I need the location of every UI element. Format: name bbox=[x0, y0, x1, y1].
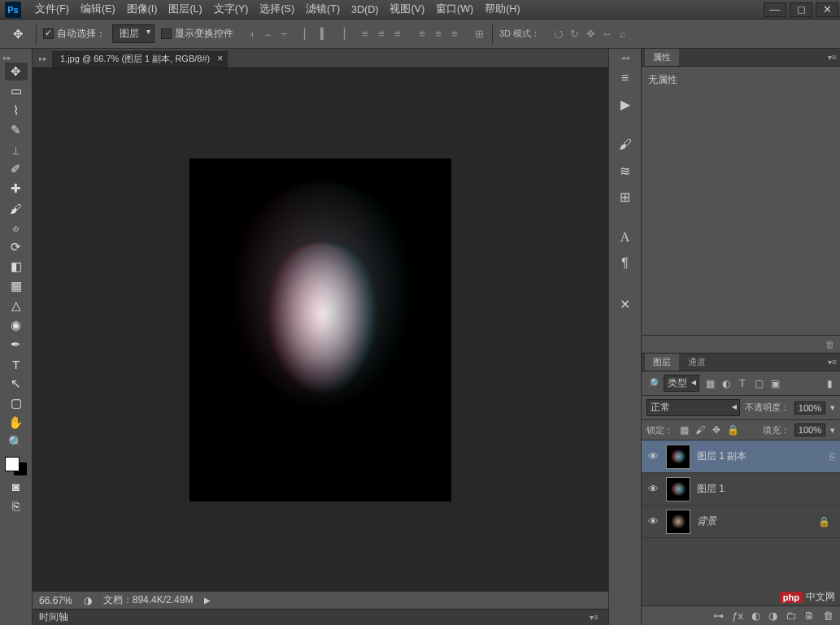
filter-kind-dropdown[interactable]: 类型◂ bbox=[664, 375, 699, 392]
dist-bottom-icon[interactable]: ≡ bbox=[391, 28, 404, 41]
brush-panel-icon[interactable]: 🖌 bbox=[616, 135, 635, 154]
brush-presets-icon[interactable]: ≋ bbox=[616, 161, 635, 180]
lock-position-icon[interactable]: ✥ bbox=[711, 424, 722, 436]
menu-filter[interactable]: 滤镜(T) bbox=[300, 2, 346, 16]
dist-right-icon[interactable]: ≡ bbox=[448, 28, 461, 41]
properties-menu-icon[interactable]: ▾≡ bbox=[828, 53, 837, 62]
filter-shape-icon[interactable]: ▢ bbox=[753, 378, 764, 389]
eraser-tool[interactable]: ◧ bbox=[5, 258, 28, 276]
slide-icon[interactable]: ↔ bbox=[600, 28, 613, 41]
path-select-tool[interactable]: ↖ bbox=[5, 375, 28, 393]
text-tool[interactable]: T bbox=[5, 355, 28, 373]
menu-file[interactable]: 文件(F) bbox=[29, 2, 75, 16]
hand-tool[interactable]: ✋ bbox=[5, 414, 28, 432]
menu-view[interactable]: 视图(V) bbox=[384, 2, 430, 16]
dist-vcenter-icon[interactable]: ≡ bbox=[375, 28, 388, 41]
fill-field[interactable]: 100% bbox=[794, 423, 825, 436]
auto-align-icon[interactable]: ⊞ bbox=[472, 28, 485, 41]
menu-select[interactable]: 选择(S) bbox=[254, 2, 300, 16]
doc-size-icon[interactable]: ◑ bbox=[84, 595, 92, 606]
pan-icon[interactable]: ✥ bbox=[584, 28, 597, 41]
lasso-tool[interactable]: ⌇ bbox=[5, 102, 28, 119]
tool-presets-icon[interactable]: ✕ bbox=[616, 294, 635, 314]
quickmask-tool[interactable]: ◙ bbox=[5, 477, 28, 495]
align-left-icon[interactable]: ▏ bbox=[302, 28, 315, 41]
dodge-tool[interactable]: ◉ bbox=[5, 316, 28, 334]
color-swatch[interactable] bbox=[5, 457, 28, 476]
move-tool[interactable]: ✥ bbox=[5, 63, 28, 80]
auto-select-checkbox[interactable]: 自动选择： bbox=[43, 27, 106, 41]
layer-thumbnail[interactable] bbox=[666, 510, 690, 534]
align-hcenter-icon[interactable]: ▍ bbox=[318, 28, 331, 41]
filter-search-icon[interactable]: 🔎 bbox=[646, 378, 659, 389]
align-vcenter-icon[interactable]: ⫠ bbox=[261, 28, 274, 41]
orbit-icon[interactable]: ⭯ bbox=[551, 28, 564, 41]
trash-icon[interactable]: 🗑 bbox=[825, 339, 835, 350]
lock-pixels-icon[interactable]: 🖌 bbox=[694, 424, 706, 436]
align-top-icon[interactable]: ⫞ bbox=[245, 28, 258, 41]
lock-transparent-icon[interactable]: ▦ bbox=[678, 424, 690, 436]
menu-help[interactable]: 帮助(H) bbox=[479, 2, 525, 16]
clone-source-icon[interactable]: ⊞ bbox=[616, 187, 635, 206]
visibility-icon[interactable]: 👁 bbox=[646, 483, 659, 495]
paragraph-panel-icon[interactable]: ¶ bbox=[616, 254, 635, 273]
properties-tab[interactable]: 属性 bbox=[645, 49, 679, 66]
actions-panel-icon[interactable]: ▶ bbox=[616, 94, 635, 114]
menu-image[interactable]: 图像(I) bbox=[121, 2, 163, 16]
align-bottom-icon[interactable]: ⫟ bbox=[277, 28, 290, 41]
eyedropper-tool[interactable]: ✐ bbox=[5, 160, 28, 178]
auto-select-mode-dropdown[interactable]: 图层 bbox=[112, 24, 155, 43]
visibility-icon[interactable]: 👁 bbox=[646, 450, 659, 462]
toolbox-collapse-icon[interactable]: ▸▸ bbox=[3, 54, 11, 62]
align-right-icon[interactable]: ▕ bbox=[334, 28, 347, 41]
status-arrow-icon[interactable]: ▶ bbox=[204, 596, 211, 605]
layer-thumbnail[interactable] bbox=[666, 445, 690, 469]
menu-window[interactable]: 窗口(W) bbox=[430, 2, 479, 16]
blur-tool[interactable]: △ bbox=[5, 297, 28, 315]
roll-icon[interactable]: ↻ bbox=[568, 28, 581, 41]
window-maximize-button[interactable]: ◻ bbox=[790, 2, 812, 17]
layer-style-icon[interactable]: ƒx bbox=[732, 610, 743, 622]
menu-3d[interactable]: 3D(D) bbox=[346, 4, 384, 15]
zoom3d-icon[interactable]: ⌕ bbox=[616, 28, 629, 41]
screenmode-tool[interactable]: ⎘ bbox=[5, 497, 28, 514]
menu-layer[interactable]: 图层(L) bbox=[163, 2, 207, 16]
doc-info[interactable]: 文档：894.4K/2.49M bbox=[103, 593, 194, 607]
filter-smart-icon[interactable]: ▣ bbox=[769, 378, 781, 389]
history-brush-tool[interactable]: ⟳ bbox=[5, 238, 28, 256]
shape-tool[interactable]: ▢ bbox=[5, 394, 28, 412]
brush-tool[interactable]: 🖌 bbox=[5, 199, 28, 217]
layer-row[interactable]: 👁 图层 1 bbox=[642, 473, 840, 506]
layer-mask-icon[interactable]: ◐ bbox=[751, 610, 760, 622]
history-panel-icon[interactable]: ≡ bbox=[616, 68, 635, 88]
show-transform-checkbox[interactable]: 显示变换控件 bbox=[161, 27, 233, 41]
lock-all-icon[interactable]: 🔒 bbox=[727, 424, 738, 436]
layer-name[interactable]: 背景 bbox=[697, 514, 812, 528]
channels-tab[interactable]: 通道 bbox=[680, 354, 714, 371]
link-icon[interactable]: ⎘ bbox=[829, 451, 835, 462]
document-tab[interactable]: 1.jpg @ 66.7% (图层 1 副本, RGB/8#) bbox=[52, 50, 228, 67]
tabbar-collapse-icon[interactable]: ▸▸ bbox=[39, 54, 47, 63]
window-close-button[interactable]: ✕ bbox=[816, 2, 838, 17]
filter-toggle-icon[interactable]: ▮ bbox=[824, 378, 835, 389]
dock-collapse-icon[interactable]: ◂◂ bbox=[621, 54, 629, 62]
layer-name[interactable]: 图层 1 副本 bbox=[697, 449, 823, 463]
timeline-panel-tab[interactable]: 时间轴 ▾≡ bbox=[33, 609, 608, 625]
zoom-tool[interactable]: 🔍 bbox=[5, 433, 28, 451]
layer-name[interactable]: 图层 1 bbox=[697, 482, 835, 496]
filter-type-icon[interactable]: T bbox=[737, 378, 748, 389]
layer-row[interactable]: 👁 图层 1 副本 ⎘ bbox=[642, 441, 840, 473]
group-icon[interactable]: 🗀 bbox=[786, 610, 796, 622]
clone-stamp-tool[interactable]: ⟐ bbox=[5, 219, 28, 237]
layer-thumbnail[interactable] bbox=[666, 477, 690, 501]
link-layers-icon[interactable]: ⊶ bbox=[713, 610, 724, 622]
dist-top-icon[interactable]: ≡ bbox=[359, 28, 372, 41]
character-panel-icon[interactable]: A bbox=[616, 228, 635, 247]
filter-pixel-icon[interactable]: ▦ bbox=[704, 378, 716, 389]
new-layer-icon[interactable]: 🗎 bbox=[804, 610, 815, 622]
marquee-tool[interactable]: ▭ bbox=[5, 82, 28, 100]
opacity-field[interactable]: 100% bbox=[794, 401, 825, 414]
layers-tab[interactable]: 图层 bbox=[645, 354, 679, 371]
window-minimize-button[interactable]: — bbox=[764, 2, 786, 17]
visibility-icon[interactable]: 👁 bbox=[646, 515, 659, 527]
